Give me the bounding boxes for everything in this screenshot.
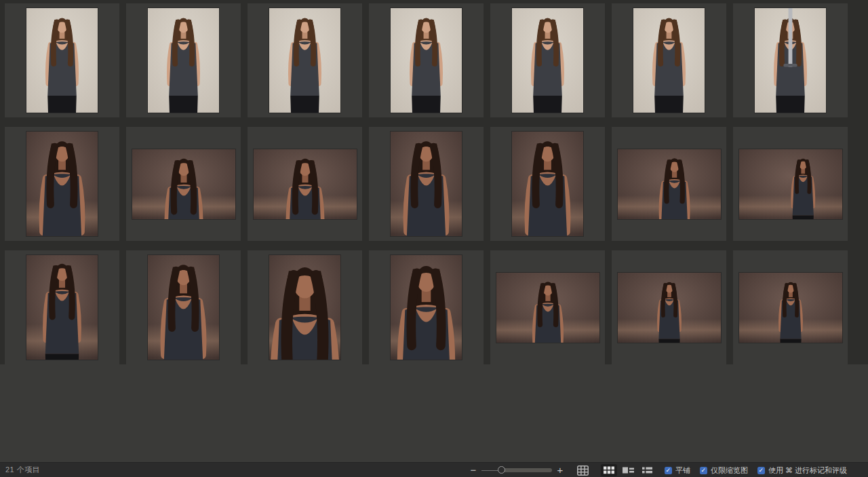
thumbnails-only-checkbox-label: 仅限缩览图: [711, 465, 748, 476]
photo-thumbnail[interactable]: [148, 255, 219, 360]
thumbnail-cell[interactable]: [612, 3, 726, 117]
slider-knob[interactable]: [498, 466, 505, 474]
photo-thumbnail[interactable]: [26, 8, 98, 113]
checkbox-icon: ✓: [757, 467, 765, 474]
photo-thumbnail[interactable]: [391, 132, 462, 236]
photo-thumbnail[interactable]: [269, 8, 340, 113]
photo-thumbnail[interactable]: [254, 149, 357, 219]
photo-thumbnail[interactable]: [512, 8, 583, 113]
status-bar: 21 个项目 − +: [0, 462, 868, 477]
thumbnail-cell[interactable]: [733, 127, 848, 241]
photo-thumbnail[interactable]: [618, 273, 721, 343]
thumbnail-cell[interactable]: [5, 250, 119, 364]
zoom-in-button[interactable]: +: [555, 463, 565, 477]
photo-thumbnail[interactable]: [391, 8, 462, 113]
photo-thumbnail[interactable]: [391, 255, 462, 360]
thumbnail-cell[interactable]: [248, 3, 362, 117]
list-view-icon[interactable]: [639, 464, 655, 476]
zoom-out-button[interactable]: −: [469, 463, 478, 477]
thumbnail-cell[interactable]: [126, 127, 241, 241]
thumbnail-cell[interactable]: [733, 250, 848, 364]
photo-thumbnail[interactable]: [618, 149, 721, 219]
thumbnail-cell[interactable]: [490, 127, 605, 241]
photo-browser-window: 21 个项目 − +: [0, 0, 868, 477]
thumbnail-cell[interactable]: [369, 250, 484, 364]
photo-thumbnail[interactable]: [26, 255, 98, 360]
thumbnails-only-checkbox[interactable]: ✓ 仅限缩览图: [700, 465, 748, 476]
cmd-tag-rate-checkbox-label: 使用 ⌘ 进行标记和评级: [768, 465, 847, 476]
photo-thumbnail[interactable]: [269, 255, 340, 360]
thumbnail-cell[interactable]: [126, 250, 241, 364]
thumbnail-size-slider[interactable]: [481, 463, 552, 477]
photo-thumbnail[interactable]: [633, 8, 705, 113]
photo-thumbnail[interactable]: [739, 149, 842, 219]
photo-thumbnail[interactable]: [148, 8, 219, 113]
tile-checkbox-label: 平铺: [675, 465, 690, 476]
thumbnail-cell[interactable]: [369, 127, 484, 241]
thumbnail-cell[interactable]: [5, 127, 119, 241]
photo-thumbnail[interactable]: [739, 273, 842, 343]
checkbox-icon: ✓: [665, 467, 672, 474]
thumbnail-grid: [0, 0, 848, 364]
thumbnail-cell[interactable]: [733, 3, 848, 117]
thumbnail-cell[interactable]: [490, 250, 605, 364]
thumbnail-cell[interactable]: [248, 127, 362, 241]
browser-grid-icon[interactable]: [574, 464, 591, 476]
thumbnail-cell[interactable]: [126, 3, 241, 117]
tile-checkbox[interactable]: ✓ 平铺: [665, 465, 690, 476]
photo-thumbnail[interactable]: [26, 132, 98, 236]
thumbnail-cell[interactable]: [248, 250, 362, 364]
filmstrip-view-icon[interactable]: [620, 464, 637, 476]
grid-view-icon[interactable]: [601, 464, 617, 476]
statusbar-controls: − +: [469, 463, 847, 477]
thumbnail-cell[interactable]: [369, 3, 484, 117]
photo-thumbnail[interactable]: [512, 132, 583, 236]
thumbnail-cell[interactable]: [490, 3, 605, 117]
photo-thumbnail[interactable]: [496, 273, 599, 343]
checkbox-icon: ✓: [700, 467, 707, 474]
thumbnail-cell[interactable]: [5, 3, 119, 117]
item-count-label: 21 个项目: [5, 465, 40, 475]
photo-thumbnail[interactable]: [132, 149, 235, 219]
thumbnail-cell[interactable]: [612, 250, 726, 364]
photo-thumbnail[interactable]: [755, 8, 826, 113]
cmd-tag-rate-checkbox[interactable]: ✓ 使用 ⌘ 进行标记和评级: [757, 465, 847, 476]
slider-track: [502, 468, 552, 472]
thumbnail-cell[interactable]: [612, 127, 726, 241]
grid-right-margin: [848, 0, 868, 364]
thumbnail-grid-area: [0, 0, 868, 462]
